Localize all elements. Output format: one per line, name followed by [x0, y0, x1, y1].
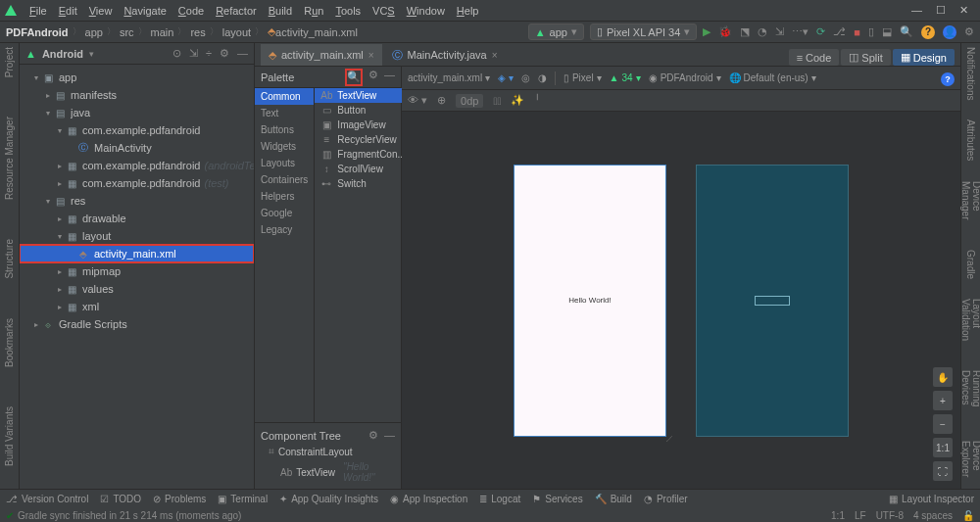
tree-package-androidtest[interactable]: ▸▦com.example.pdfandroid(androidTest)	[20, 157, 254, 174]
tree-drawable[interactable]: ▸▦drawable	[20, 210, 254, 227]
tree-layout[interactable]: ▾▦layout	[20, 227, 254, 245]
crumb-file[interactable]: activity_main.xml	[275, 26, 358, 38]
palette-item-textview[interactable]: AbTextView	[315, 88, 411, 103]
collapse-icon[interactable]: ÷	[206, 47, 212, 60]
strip-attributes[interactable]: Attributes	[965, 119, 976, 161]
palette-item-fragment[interactable]: ▥FragmentCon...	[315, 147, 411, 162]
strip-gradle[interactable]: Gradle	[965, 250, 976, 279]
search-everywhere-icon[interactable]: 🔍	[900, 25, 913, 38]
strip-layout-validation[interactable]: Layout Validation	[960, 299, 981, 351]
tree-activity-main-xml[interactable]: ⬘activity_main.xml	[20, 245, 254, 262]
menu-code[interactable]: Code	[172, 5, 210, 17]
crumb-res[interactable]: res	[190, 26, 205, 38]
device-type-selector[interactable]: ▯ Pixel ▾	[564, 72, 602, 83]
blueprint-preview[interactable]	[696, 165, 849, 437]
avd-button[interactable]: ▯	[868, 25, 874, 38]
autoconnect-icon[interactable]: ⊕	[437, 94, 446, 107]
preview-textview[interactable]: Hello World!	[568, 296, 611, 305]
palette-cat-containers[interactable]: Containers	[255, 171, 314, 188]
expand-icon[interactable]: ⇲	[189, 47, 198, 60]
stop-button[interactable]: ■	[854, 26, 860, 38]
menu-help[interactable]: Help	[451, 5, 485, 17]
strip-device-manager[interactable]: Device Manager	[960, 181, 981, 230]
maximize-icon[interactable]: ☐	[936, 4, 946, 17]
status-line-sep[interactable]: LF	[855, 510, 866, 521]
comp-tree-settings-icon[interactable]: ⚙	[368, 429, 378, 442]
comp-constraintlayout[interactable]: ⌗ConstraintLayout	[261, 444, 395, 459]
strip-resource-manager[interactable]: Resource Manager	[4, 117, 15, 200]
api-selector[interactable]: ▲ 34 ▾	[610, 72, 641, 83]
run-config-selector[interactable]: ▲ app ▾	[528, 24, 584, 40]
crumb-app[interactable]: app	[85, 26, 103, 38]
sdk-button[interactable]: ⬓	[882, 25, 892, 38]
bottom-terminal[interactable]: ▣ Terminal	[218, 494, 268, 504]
palette-item-recyclerview[interactable]: ≡RecyclerView	[315, 132, 411, 147]
bottom-layout-inspector[interactable]: ▦ Layout Inspector	[889, 494, 974, 504]
menu-build[interactable]: Build	[263, 5, 298, 17]
infer-constraints-icon[interactable]: ✨	[511, 94, 524, 107]
zoom-in-icon[interactable]: +	[933, 391, 953, 410]
default-margin[interactable]: 0dp	[456, 94, 483, 108]
menu-edit[interactable]: Edit	[53, 5, 83, 17]
tree-manifests[interactable]: ▸▤manifests	[20, 86, 254, 104]
palette-cat-helpers[interactable]: Helpers	[255, 188, 314, 205]
comp-tree-hide-icon[interactable]: —	[384, 429, 395, 442]
clear-constraints-icon[interactable]: ✖⃰	[493, 95, 501, 107]
tab-main-activity[interactable]: Ⓒ MainActivity.java ×	[384, 44, 506, 66]
tree-package[interactable]: ▾▦com.example.pdfandroid	[20, 121, 254, 139]
palette-cat-widgets[interactable]: Widgets	[255, 138, 314, 155]
tree-package-test[interactable]: ▸▦com.example.pdfandroid(test)	[20, 174, 254, 192]
sync-button[interactable]: ⟳	[816, 25, 825, 38]
locale-selector[interactable]: 🌐 Default (en-us) ▾	[729, 72, 816, 83]
strip-notifications[interactable]: Notifications	[965, 47, 976, 100]
menu-view[interactable]: View	[83, 5, 119, 17]
strip-structure[interactable]: Structure	[4, 239, 15, 279]
bottom-services[interactable]: ⚑ Services	[532, 494, 582, 504]
git-button[interactable]: ⎇	[833, 25, 846, 38]
close-icon[interactable]: ✕	[959, 4, 968, 17]
palette-item-imageview[interactable]: ▣ImageView	[315, 118, 411, 132]
strip-device-explorer[interactable]: Device Explorer	[960, 441, 981, 489]
tree-java[interactable]: ▾▤java	[20, 104, 254, 121]
menu-file[interactable]: File	[24, 5, 53, 17]
bottom-logcat[interactable]: ≣ Logcat	[479, 494, 520, 504]
status-encoding[interactable]: UTF-8	[876, 510, 904, 521]
zoom-out-icon[interactable]: −	[933, 414, 953, 434]
menu-window[interactable]: Window	[401, 5, 451, 17]
guidelines-icon[interactable]: ╵	[534, 94, 541, 107]
strip-build-variants[interactable]: Build Variants	[4, 406, 15, 466]
tree-values[interactable]: ▸▦values	[20, 280, 254, 298]
design-preview[interactable]: Hello World! ⟋	[514, 165, 666, 437]
panel-title[interactable]: Android	[42, 48, 83, 60]
crumb-main[interactable]: main	[151, 26, 174, 38]
resize-handle[interactable]: ⟋	[663, 432, 675, 446]
minimize-icon[interactable]: —	[911, 4, 922, 17]
bottom-build[interactable]: 🔨 Build	[595, 494, 632, 504]
blueprint-textview[interactable]	[755, 296, 790, 306]
status-readonly-icon[interactable]: 🔓	[962, 510, 974, 521]
hide-panel-icon[interactable]: —	[237, 47, 248, 60]
coverage-button[interactable]: ⬔	[740, 25, 750, 38]
comp-textview[interactable]: AbTextView "Hello World!"	[261, 459, 395, 485]
view-options-icon[interactable]: 👁 ▾	[408, 94, 427, 107]
hints-icon[interactable]: ?	[941, 72, 955, 86]
menu-run[interactable]: Run	[298, 5, 329, 17]
bottom-profiler[interactable]: ◔ Profiler	[644, 494, 688, 504]
palette-item-button[interactable]: ▭Button	[315, 103, 411, 118]
orientation-icon[interactable]: ◈ ▾	[498, 72, 514, 83]
view-mode-design[interactable]: ▦ Design	[893, 49, 955, 66]
zoom-reset[interactable]: 1:1	[933, 438, 953, 457]
view-mode-split[interactable]: ◫ Split	[841, 49, 890, 66]
tree-mipmap[interactable]: ▸▦mipmap	[20, 262, 254, 280]
crumb-layout[interactable]: layout	[222, 26, 251, 38]
bottom-todo[interactable]: ☑ TODO	[100, 494, 141, 504]
device-selector[interactable]: ▯ Pixel XL API 34 ▾	[590, 24, 697, 40]
palette-cat-text[interactable]: Text	[255, 105, 314, 121]
settings-icon[interactable]: ⚙	[964, 25, 974, 38]
view-mode-code[interactable]: ≡ Code	[789, 49, 840, 66]
palette-cat-google[interactable]: Google	[255, 205, 314, 221]
layout-variant-selector[interactable]: activity_main.xml ▾	[408, 72, 490, 83]
tree-res[interactable]: ▾▤res	[20, 192, 254, 210]
menu-navigate[interactable]: Navigate	[118, 5, 172, 17]
select-opened-icon[interactable]: ⊙	[172, 47, 181, 60]
